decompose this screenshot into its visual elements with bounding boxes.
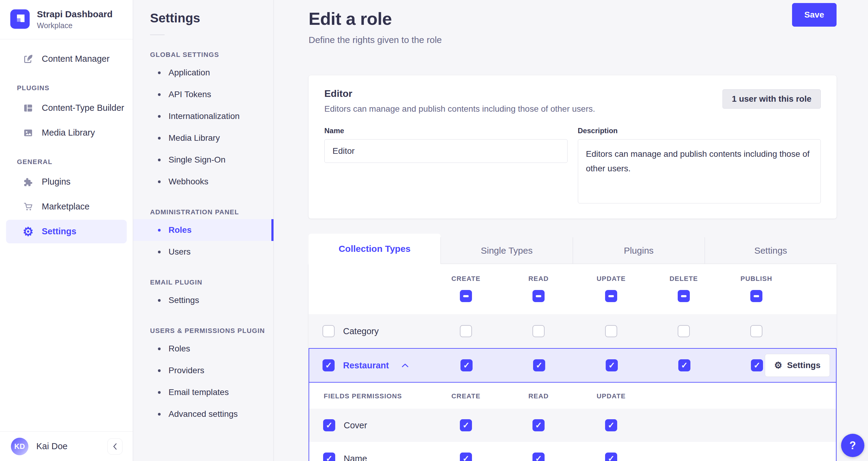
fields-permissions-header: FIELDS PERMISSIONS CREATE READ UPDATE xyxy=(309,383,836,409)
users-with-role-button[interactable]: 1 user with this role xyxy=(722,89,821,109)
tab-plugins[interactable]: Plugins xyxy=(573,237,705,264)
column-label-create: CREATE xyxy=(452,275,480,283)
subnav-item-label: Settings xyxy=(168,295,199,305)
page-subtitle: Define the rights given to the role xyxy=(309,35,837,45)
restaurant-delete-checkbox[interactable] xyxy=(678,359,690,371)
bullet-icon xyxy=(158,115,161,118)
cover-update-checkbox[interactable] xyxy=(605,419,617,431)
collapse-sidebar-button[interactable] xyxy=(107,438,123,455)
subnav-item-label: API Tokens xyxy=(168,90,211,99)
subnav-title: Settings xyxy=(150,11,274,25)
subnav-item-roles[interactable]: Roles xyxy=(133,219,274,241)
bullet-icon xyxy=(158,251,161,253)
settings-button-label: Settings xyxy=(787,361,820,370)
workspace-switcher[interactable]: Strapi Dashboard Workplace xyxy=(0,0,133,39)
subnav-item-api-tokens[interactable]: API Tokens xyxy=(133,84,274,105)
help-button[interactable]: ? xyxy=(841,434,864,457)
category-delete-checkbox[interactable] xyxy=(678,325,690,337)
bullet-icon xyxy=(158,159,161,161)
subnav-item-label: Webhooks xyxy=(168,177,209,186)
subnav-item-application[interactable]: Application xyxy=(133,62,274,84)
subnav-item-label: Email templates xyxy=(168,387,229,397)
subnav-item-email-templates[interactable]: Email templates xyxy=(133,381,274,403)
name-read-checkbox[interactable] xyxy=(532,453,545,461)
permissions-tabs: Collection Types Single Types Plugins Se… xyxy=(309,234,837,264)
subnav-item-up-roles[interactable]: Roles xyxy=(133,338,274,359)
subnav-item-email-settings[interactable]: Settings xyxy=(133,289,274,311)
category-publish-checkbox[interactable] xyxy=(750,325,763,337)
name-row-checkbox[interactable] xyxy=(323,453,335,461)
row-label[interactable]: Cover xyxy=(344,421,367,430)
sidebar-item-settings[interactable]: ⚙ Settings xyxy=(6,220,127,243)
subnav-item-advanced-settings[interactable]: Advanced settings xyxy=(133,403,274,425)
fields-permissions-label: FIELDS PERMISSIONS xyxy=(309,392,430,400)
sidebar-item-plugins[interactable]: Plugins xyxy=(6,170,127,194)
category-update-checkbox[interactable] xyxy=(605,325,617,337)
row-label[interactable]: Name xyxy=(344,454,367,461)
cover-create-checkbox[interactable] xyxy=(460,419,472,431)
field-row-name: Name xyxy=(309,442,836,461)
restaurant-settings-button[interactable]: ⚙ Settings xyxy=(765,354,830,377)
row-label[interactable]: Category xyxy=(343,326,379,336)
subnav-item-label: Providers xyxy=(168,366,204,375)
column-label-update: UPDATE xyxy=(597,275,626,283)
bullet-icon xyxy=(158,71,161,74)
role-description-text: Editors can manage and publish contents … xyxy=(324,104,595,114)
select-all-delete-checkbox[interactable] xyxy=(678,290,690,302)
cover-read-checkbox[interactable] xyxy=(532,419,545,431)
chevron-up-icon[interactable] xyxy=(402,363,408,368)
avatar[interactable]: KD xyxy=(11,438,28,455)
sidebar-item-content-manager[interactable]: Content Manager xyxy=(6,47,127,71)
sidebar-item-marketplace[interactable]: Marketplace xyxy=(6,195,127,219)
name-update-checkbox[interactable] xyxy=(605,453,617,461)
row-label[interactable]: Restaurant xyxy=(343,361,389,371)
subnav-item-users[interactable]: Users xyxy=(133,241,274,263)
select-all-read-checkbox[interactable] xyxy=(532,290,545,302)
subnav-item-label: Advanced settings xyxy=(168,409,238,419)
category-read-checkbox[interactable] xyxy=(532,325,545,337)
sidebar-item-label: Content-Type Builder xyxy=(42,103,124,113)
subnav-item-media-library[interactable]: Media Library xyxy=(133,127,274,149)
subnav-item-internationalization[interactable]: Internationalization xyxy=(133,105,274,127)
restaurant-publish-checkbox[interactable] xyxy=(751,359,763,371)
subnav-item-webhooks[interactable]: Webhooks xyxy=(133,171,274,193)
sidebar-item-label: Content Manager xyxy=(42,54,110,64)
bullet-icon xyxy=(158,299,161,302)
subnav-item-label: Single Sign-On xyxy=(168,155,225,165)
bullet-icon xyxy=(158,137,161,140)
category-create-checkbox[interactable] xyxy=(460,325,472,337)
column-label-publish: PUBLISH xyxy=(741,275,772,283)
gear-icon: ⚙ xyxy=(774,361,782,370)
restaurant-read-checkbox[interactable] xyxy=(533,359,545,371)
subnav-item-label: Roles xyxy=(168,225,191,235)
user-name: Kai Doe xyxy=(36,441,67,451)
select-all-update-checkbox[interactable] xyxy=(605,290,617,302)
category-row-checkbox[interactable] xyxy=(322,325,335,337)
tab-single-types[interactable]: Single Types xyxy=(440,237,572,264)
restaurant-create-checkbox[interactable] xyxy=(461,359,472,371)
cover-row-checkbox[interactable] xyxy=(323,419,335,431)
select-all-create-checkbox[interactable] xyxy=(460,290,472,302)
restaurant-row-checkbox[interactable] xyxy=(322,359,335,371)
tab-settings[interactable]: Settings xyxy=(705,237,837,264)
name-create-checkbox[interactable] xyxy=(460,453,472,461)
tab-collection-types[interactable]: Collection Types xyxy=(309,234,440,264)
subnav-item-single-sign-on[interactable]: Single Sign-On xyxy=(133,149,274,171)
restaurant-update-checkbox[interactable] xyxy=(606,359,618,371)
role-name-input[interactable] xyxy=(324,139,567,163)
sidebar-item-media-library[interactable]: Media Library xyxy=(6,121,127,145)
role-description-input[interactable]: Editors can manage and publish contents … xyxy=(578,139,821,203)
column-label-read: READ xyxy=(528,275,549,283)
save-button[interactable]: Save xyxy=(792,3,837,27)
fields-column-create: CREATE xyxy=(430,392,502,400)
table-row-restaurant: Restaurant ⚙ Settings xyxy=(309,349,836,383)
subnav-item-label: Media Library xyxy=(168,133,220,143)
sidebar-item-content-type-builder[interactable]: Content-Type Builder xyxy=(6,96,127,120)
select-all-publish-checkbox[interactable] xyxy=(750,290,763,302)
bullet-icon xyxy=(158,229,161,232)
table-row-category: Category xyxy=(309,314,837,348)
subnav-item-providers[interactable]: Providers xyxy=(133,359,274,381)
subnav-group-email-plugin: EMAIL PLUGIN xyxy=(150,279,274,286)
page-title: Edit a role xyxy=(309,8,837,29)
restaurant-expanded-section: Restaurant ⚙ Settings xyxy=(309,348,837,461)
